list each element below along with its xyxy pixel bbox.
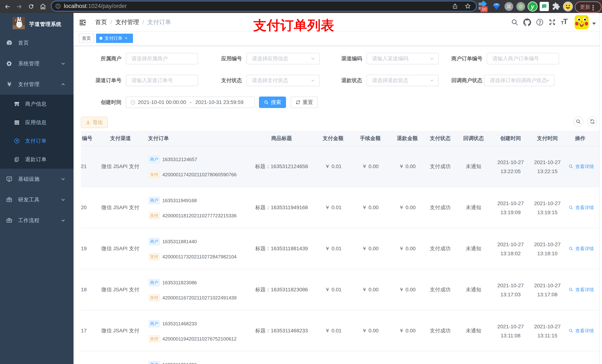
svg-text:￥: ￥ <box>15 139 19 143</box>
